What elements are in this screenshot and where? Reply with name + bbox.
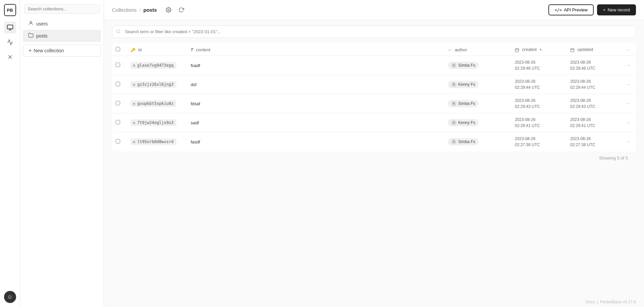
header: Collections / posts </> API Preview + Ne… [104, 0, 644, 20]
row-created-date: 2023-08-2602:29:43 UTC [515, 98, 561, 110]
record-id-badge: ⊞ lt95nrb0d0wvsrd [130, 138, 176, 145]
svg-point-5 [117, 29, 120, 33]
row-author-cell: Simba Fs [443, 56, 510, 75]
table-row[interactable]: ⊞ glase7vg9473egq fsadf Simba Fs 2023-08… [112, 56, 636, 75]
search-bar-wrapper [112, 25, 636, 38]
row-created-cell: 2023-08-2602:29:43 UTC [510, 94, 566, 113]
th-created[interactable]: created ▼ [510, 44, 566, 56]
text-col-icon: T [191, 48, 193, 52]
search-icon [116, 29, 121, 35]
sidebar-item-posts-label: posts [36, 33, 47, 39]
sidebar-item-posts[interactable]: posts [23, 30, 101, 42]
table-row[interactable]: ⊞ gvupkbt5xpkiu0z fdsaf Simba Fs 2023-08… [112, 94, 636, 113]
app-logo[interactable]: PB [4, 4, 16, 16]
new-collection-button[interactable]: + New collection [23, 45, 101, 57]
svg-line-6 [119, 32, 120, 33]
plus-icon: + [29, 48, 32, 54]
key-col-icon: 🔑 [130, 48, 136, 52]
row-updated-date: 2023-08-2602:29:46 UTC [570, 59, 616, 71]
select-all-checkbox[interactable] [116, 47, 120, 51]
row-id-cell: ⊞ gz3zjz26xl6jng3 [126, 75, 186, 94]
author-icon [451, 82, 457, 87]
sidebar-item-users-label: users [36, 21, 48, 26]
record-id-icon: ⊞ [133, 140, 136, 144]
row-checkbox-3[interactable] [116, 120, 120, 124]
sidebar: users posts + New collection [20, 0, 104, 307]
row-content-cell: fdsaf [186, 94, 443, 113]
table-row[interactable]: ⊞ 7t9jw24ogljx9u3 sadf Kenny Fs 2023-08-… [112, 113, 636, 132]
close-icon[interactable] [4, 51, 16, 63]
footer-bar: Docs | PocketBase v0.17.6 [104, 297, 644, 307]
settings-icon[interactable] [164, 5, 174, 15]
author-icon [451, 101, 457, 106]
row-created-date: 2023-08-2602:29:44 UTC [515, 78, 561, 90]
user-avatar[interactable]: ☺ [4, 291, 16, 303]
table-body: ⊞ glase7vg9473egq fsadf Simba Fs 2023-08… [112, 56, 636, 151]
th-select-all [112, 44, 126, 56]
row-created-date: 2023-08-2602:27:38 UTC [515, 136, 561, 148]
row-checkbox-cell [112, 75, 126, 94]
author-badge: Simba Fs [448, 100, 479, 107]
breadcrumb-current: posts [144, 7, 157, 13]
row-checkbox-4[interactable] [116, 139, 120, 143]
breadcrumb-separator: / [139, 7, 141, 13]
table-row[interactable]: ⊞ gz3zjz26xl6jng3 dsf Kenny Fs 2023-08-2… [112, 75, 636, 94]
row-checkbox-cell [112, 113, 126, 132]
sort-icon: ▼ [539, 48, 542, 52]
record-id-icon: ⊞ [133, 82, 136, 87]
row-arrow-cell[interactable]: → [621, 56, 636, 75]
record-id-icon: ⊞ [133, 121, 136, 125]
table-row[interactable]: ⊞ lt95nrb0d0wvsrd fasdf Simba Fs 2023-08… [112, 132, 636, 151]
th-id: 🔑 id [126, 44, 186, 56]
row-updated-cell: 2023-08-2602:29:41 UTC [566, 113, 621, 132]
refresh-icon[interactable] [176, 5, 186, 15]
row-author-cell: Simba Fs [443, 94, 510, 113]
api-code-icon: </> [554, 8, 562, 12]
svg-point-16 [453, 83, 454, 84]
author-icon [451, 63, 457, 68]
folder-icon [28, 33, 34, 39]
row-created-cell: 2023-08-2602:29:44 UTC [510, 75, 566, 94]
row-checkbox-2[interactable] [116, 101, 120, 105]
row-id-cell: ⊞ gvupkbt5xpkiu0z [126, 94, 186, 113]
user-icon [28, 20, 34, 27]
collections-icon[interactable] [4, 21, 16, 34]
row-created-cell: 2023-08-2602:29:46 UTC [510, 56, 566, 75]
row-arrow-cell[interactable]: → [621, 94, 636, 113]
new-record-button[interactable]: + New record [597, 4, 636, 15]
row-content-cell: dsf [186, 75, 443, 94]
row-arrow-cell[interactable]: → [621, 113, 636, 132]
row-arrow-cell[interactable]: → [621, 132, 636, 151]
svg-point-18 [453, 122, 454, 123]
row-arrow-cell[interactable]: → [621, 75, 636, 94]
author-badge: Kenny Fs [448, 119, 479, 126]
row-author-cell: Kenny Fs [443, 75, 510, 94]
breadcrumb-collections[interactable]: Collections [112, 7, 137, 13]
svg-rect-11 [571, 49, 574, 52]
row-id-cell: ⊞ 7t9jw24ogljx9u3 [126, 113, 186, 132]
showing-text: Showing 5 of 5 [112, 151, 636, 165]
footer-docs[interactable]: Docs [586, 300, 595, 304]
row-content-cell: fasdf [186, 132, 443, 151]
sidebar-item-users[interactable]: users [23, 18, 101, 30]
footer-separator: | [597, 300, 598, 304]
svg-rect-7 [516, 49, 519, 52]
author-icon [451, 120, 457, 125]
api-preview-button[interactable]: </> API Preview [548, 4, 594, 15]
sidebar-search-input[interactable] [24, 4, 100, 14]
main-content: Collections / posts </> API Preview + Ne… [104, 0, 644, 307]
row-updated-cell: 2023-08-2602:29:46 UTC [566, 56, 621, 75]
row-checkbox-1[interactable] [116, 82, 120, 86]
row-created-date: 2023-08-2602:29:41 UTC [515, 117, 561, 129]
search-input[interactable] [112, 25, 636, 38]
row-checkbox-0[interactable] [116, 63, 120, 67]
svg-rect-0 [7, 25, 13, 29]
icon-bar: PB ☺ [0, 0, 20, 307]
chart-icon[interactable] [4, 36, 16, 48]
table-header-row: 🔑 id T content ↔ author [112, 44, 636, 56]
row-content-cell: fsadf [186, 56, 443, 75]
th-author-label: author [455, 47, 467, 52]
record-id-icon: ⊞ [133, 63, 136, 68]
footer-version: PocketBase v0.17.6 [600, 300, 636, 304]
more-icon-header[interactable]: ··· [626, 47, 629, 52]
